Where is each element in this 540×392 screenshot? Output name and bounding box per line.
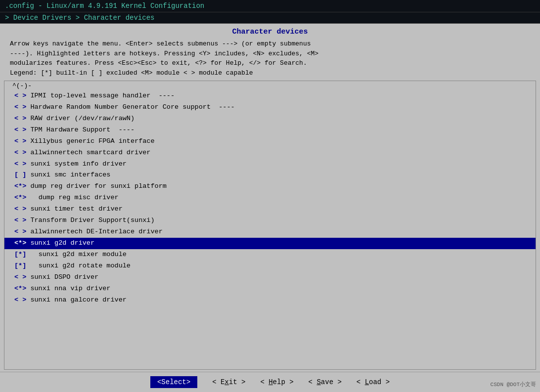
breadcrumb-arrow: > bbox=[5, 14, 13, 22]
scroll-indicator: ^(-)- bbox=[4, 81, 536, 90]
breadcrumb-device-drivers: Device Drivers bbox=[13, 14, 72, 22]
list-item[interactable]: < > TPM Hardware Support ---- bbox=[4, 125, 536, 136]
list-item[interactable]: <*> dump reg driver for sunxi platform bbox=[4, 181, 536, 192]
exit-link[interactable]: < Exit > bbox=[212, 378, 245, 386]
list-item[interactable]: <*> sunxi nna vip driver bbox=[4, 283, 536, 295]
help-line-3: modularizes features. Press <Esc><Esc> t… bbox=[10, 58, 530, 68]
help-text: Arrow keys navigate the menu. <Enter> se… bbox=[0, 38, 540, 79]
help-line-1: Arrow keys navigate the menu. <Enter> se… bbox=[10, 39, 530, 49]
list-item[interactable]: < > allwinnertech DE-Interlace driver bbox=[4, 226, 536, 238]
list-item[interactable]: < > Hardware Random Number Generator Cor… bbox=[4, 102, 536, 113]
list-item[interactable]: < > RAW driver (/dev/raw/rawN) bbox=[4, 113, 536, 125]
list-item[interactable]: < > allwinnertech smartcard driver bbox=[4, 147, 536, 159]
breadcrumb-bar: > Device Drivers > Character devices bbox=[0, 12, 540, 24]
help-line-4: Legend: [*] built-in [ ] excluded <M> mo… bbox=[10, 68, 530, 78]
list-item[interactable]: < > Xillybus generic FPGA interface bbox=[4, 136, 536, 147]
watermark: CSDN @DOT小文哥 bbox=[491, 381, 536, 388]
breadcrumb-char-devices: Character devices bbox=[84, 14, 155, 22]
help-line-2: ----). Highlighted letters are hotkeys. … bbox=[10, 49, 530, 59]
list-item[interactable]: < > IPMI top-level message handler ---- bbox=[4, 90, 536, 102]
list-item[interactable]: [*] sunxi g2d rotate module bbox=[4, 261, 536, 272]
list-item[interactable]: < > sunxi nna galcore driver bbox=[4, 295, 536, 306]
list-item[interactable]: < > Transform Driver Support(sunxi) bbox=[4, 215, 536, 226]
page-title: Character devices bbox=[0, 24, 540, 38]
title-text: .config - Linux/arm 4.9.191 Kernel Confi… bbox=[5, 2, 204, 10]
select-button[interactable]: <Select> bbox=[150, 376, 197, 388]
list-item-selected[interactable]: <*> sunxi g2d driver bbox=[4, 238, 536, 249]
help-link[interactable]: < Help > bbox=[260, 378, 293, 386]
menu-area: ^(-)- < > IPMI top-level message handler… bbox=[4, 81, 536, 370]
load-link[interactable]: < Load > bbox=[357, 378, 390, 386]
breadcrumb-sep: > bbox=[71, 14, 84, 22]
list-item[interactable]: < > sunxi system info driver bbox=[4, 159, 536, 170]
save-link[interactable]: < Save > bbox=[309, 378, 342, 386]
footer: <Select> < Exit > < Help > < Save > < Lo… bbox=[0, 372, 540, 392]
list-item[interactable]: [*] sunxi g2d mixer module bbox=[4, 249, 536, 261]
title-bar: .config - Linux/arm 4.9.191 Kernel Confi… bbox=[0, 0, 540, 12]
list-item[interactable]: < > sunxi timer test driver bbox=[4, 204, 536, 215]
list-item[interactable]: < > sunxi DSPO driver bbox=[4, 272, 536, 283]
list-item[interactable]: [ ] sunxi smc interfaces bbox=[4, 170, 536, 181]
main-content: Character devices Arrow keys navigate th… bbox=[0, 24, 540, 392]
list-item[interactable]: <*> dump reg misc driver bbox=[4, 192, 536, 204]
